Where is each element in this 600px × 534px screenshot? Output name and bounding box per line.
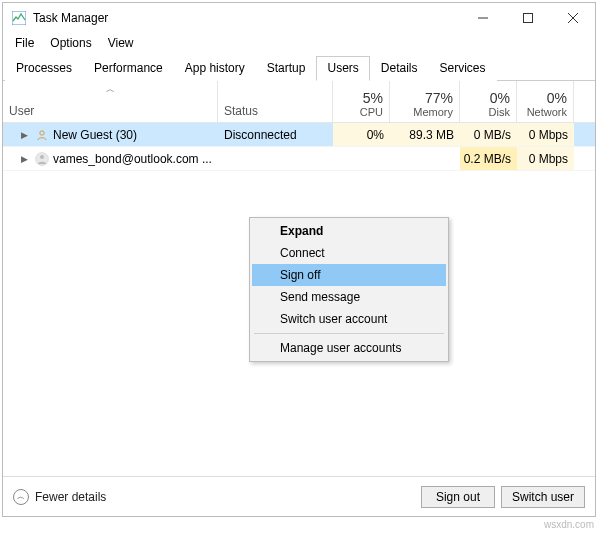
task-manager-window: Task Manager File Options View Processes…: [2, 2, 596, 517]
tab-startup[interactable]: Startup: [256, 56, 317, 81]
column-label: Disk: [489, 106, 510, 118]
context-menu-manage-user-accounts[interactable]: Manage user accounts: [252, 337, 446, 359]
column-label: Network: [527, 106, 567, 118]
user-name: New Guest (30): [53, 128, 137, 142]
tab-services[interactable]: Services: [429, 56, 497, 81]
column-label: Memory: [413, 106, 453, 118]
chevron-right-icon[interactable]: ▶: [21, 154, 31, 164]
user-row[interactable]: ▶ New Guest (30) Disconnected 0% 89.3 MB…: [3, 123, 595, 147]
footer: ︿ Fewer details Sign out Switch user: [3, 476, 595, 516]
user-row[interactable]: ▶ vames_bond@outlook.com ... 0.2 MB/s 0 …: [3, 147, 595, 171]
app-icon: [11, 10, 27, 26]
status-cell: Disconnected: [218, 128, 333, 142]
close-button[interactable]: [550, 4, 595, 32]
metric-percent: 77%: [425, 90, 453, 106]
context-menu-send-message[interactable]: Send message: [252, 286, 446, 308]
user-cell: ▶ vames_bond@outlook.com ...: [3, 152, 218, 166]
tab-details[interactable]: Details: [370, 56, 429, 81]
svg-point-7: [40, 155, 44, 159]
context-menu-expand[interactable]: Expand: [252, 220, 446, 242]
user-name: vames_bond@outlook.com ...: [53, 152, 212, 166]
svg-rect-2: [523, 14, 532, 23]
tab-users[interactable]: Users: [316, 56, 369, 81]
menu-options[interactable]: Options: [42, 34, 99, 52]
user-cell: ▶ New Guest (30): [3, 128, 218, 142]
users-grid: ︿ User Status 5% CPU 77% Memory 0% Disk …: [3, 81, 595, 476]
memory-cell: 89.3 MB: [390, 123, 460, 146]
metric-percent: 0%: [490, 90, 510, 106]
tab-app-history[interactable]: App history: [174, 56, 256, 81]
column-header-user[interactable]: ︿ User: [3, 81, 218, 122]
cpu-cell: 0%: [333, 123, 390, 146]
window-title: Task Manager: [33, 11, 108, 25]
column-label: CPU: [360, 106, 383, 118]
context-menu: Expand Connect Sign off Send message Swi…: [249, 217, 449, 362]
context-menu-switch-user-account[interactable]: Switch user account: [252, 308, 446, 330]
cpu-cell: [333, 147, 390, 170]
metric-percent: 0%: [547, 90, 567, 106]
context-menu-sign-off[interactable]: Sign off: [252, 264, 446, 286]
chevron-up-icon: ︿: [13, 489, 29, 505]
sign-out-button[interactable]: Sign out: [421, 486, 495, 508]
tab-processes[interactable]: Processes: [5, 56, 83, 81]
footer-buttons: Sign out Switch user: [421, 486, 585, 508]
metric-percent: 5%: [363, 90, 383, 106]
column-headers: ︿ User Status 5% CPU 77% Memory 0% Disk …: [3, 81, 595, 123]
fewer-details-label: Fewer details: [35, 490, 106, 504]
tab-performance[interactable]: Performance: [83, 56, 174, 81]
menu-separator: [254, 333, 444, 334]
column-header-disk[interactable]: 0% Disk: [460, 81, 517, 122]
minimize-button[interactable]: [460, 4, 505, 32]
sort-indicator-icon: ︿: [106, 83, 115, 96]
menu-file[interactable]: File: [7, 34, 42, 52]
disk-cell: 0 MB/s: [460, 123, 517, 146]
fewer-details-toggle[interactable]: ︿ Fewer details: [13, 489, 106, 505]
network-cell: 0 Mbps: [517, 123, 574, 146]
titlebar: Task Manager: [3, 3, 595, 33]
column-header-network[interactable]: 0% Network: [517, 81, 574, 122]
window-controls: [460, 4, 595, 32]
column-label: User: [9, 104, 34, 118]
menubar: File Options View: [3, 33, 595, 53]
context-menu-connect[interactable]: Connect: [252, 242, 446, 264]
column-header-memory[interactable]: 77% Memory: [390, 81, 460, 122]
svg-point-5: [40, 130, 44, 134]
menu-view[interactable]: View: [100, 34, 142, 52]
chevron-right-icon[interactable]: ▶: [21, 130, 31, 140]
column-header-cpu[interactable]: 5% CPU: [333, 81, 390, 122]
tab-strip: Processes Performance App history Startu…: [3, 55, 595, 81]
maximize-button[interactable]: [505, 4, 550, 32]
disk-cell: 0.2 MB/s: [460, 147, 517, 170]
user-icon: [35, 128, 49, 142]
column-header-status[interactable]: Status: [218, 81, 333, 122]
network-cell: 0 Mbps: [517, 147, 574, 170]
watermark: wsxdn.com: [544, 519, 594, 530]
user-photo-icon: [35, 152, 49, 166]
switch-user-button[interactable]: Switch user: [501, 486, 585, 508]
memory-cell: [390, 147, 460, 170]
column-label: Status: [224, 104, 258, 118]
